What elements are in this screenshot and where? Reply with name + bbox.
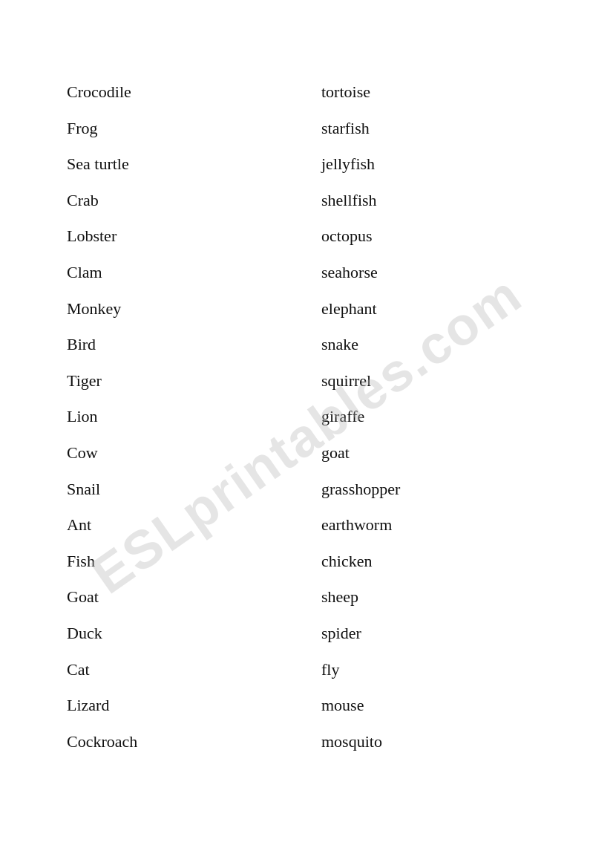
left-word-10: Cow bbox=[67, 435, 292, 471]
left-word-8: Tiger bbox=[67, 363, 292, 399]
right-word-7: snake bbox=[321, 327, 546, 363]
right-word-9: giraffe bbox=[321, 399, 546, 435]
right-word-16: fly bbox=[321, 652, 546, 688]
left-word-9: Lion bbox=[67, 399, 292, 435]
left-word-7: Bird bbox=[67, 327, 292, 363]
right-word-14: sheep bbox=[321, 579, 546, 616]
left-word-6: Monkey bbox=[67, 291, 292, 327]
left-word-1: Frog bbox=[67, 111, 292, 147]
right-word-8: squirrel bbox=[321, 363, 546, 399]
right-word-1: starfish bbox=[321, 111, 546, 147]
right-word-11: grasshopper bbox=[321, 471, 546, 508]
left-word-12: Ant bbox=[67, 507, 292, 544]
right-word-15: spider bbox=[321, 616, 546, 652]
right-word-12: earthworm bbox=[321, 507, 546, 544]
left-word-4: Lobster bbox=[67, 218, 292, 255]
left-word-11: Snail bbox=[67, 471, 292, 508]
left-word-14: Goat bbox=[67, 579, 292, 616]
left-word-18: Cockroach bbox=[67, 724, 292, 760]
left-word-15: Duck bbox=[67, 616, 292, 652]
right-word-18: mosquito bbox=[321, 724, 546, 760]
left-word-16: Cat bbox=[67, 652, 292, 688]
right-word-10: goat bbox=[321, 435, 546, 471]
left-word-3: Crab bbox=[67, 183, 292, 219]
right-word-4: octopus bbox=[321, 218, 546, 255]
right-word-5: seahorse bbox=[321, 255, 546, 291]
left-word-2: Sea turtle bbox=[67, 146, 292, 183]
word-list: CrocodiletortoiseFrogstarfishSea turtlej… bbox=[67, 74, 546, 760]
left-word-5: Clam bbox=[67, 255, 292, 291]
right-word-3: shellfish bbox=[321, 183, 546, 219]
right-word-17: mouse bbox=[321, 688, 546, 724]
left-word-13: Fish bbox=[67, 544, 292, 580]
right-word-13: chicken bbox=[321, 544, 546, 580]
right-word-0: tortoise bbox=[321, 74, 546, 111]
main-content: CrocodiletortoiseFrogstarfishSea turtlej… bbox=[0, 0, 613, 819]
right-word-6: elephant bbox=[321, 291, 546, 327]
left-word-0: Crocodile bbox=[67, 74, 292, 111]
right-word-2: jellyfish bbox=[321, 146, 546, 183]
left-word-17: Lizard bbox=[67, 688, 292, 724]
